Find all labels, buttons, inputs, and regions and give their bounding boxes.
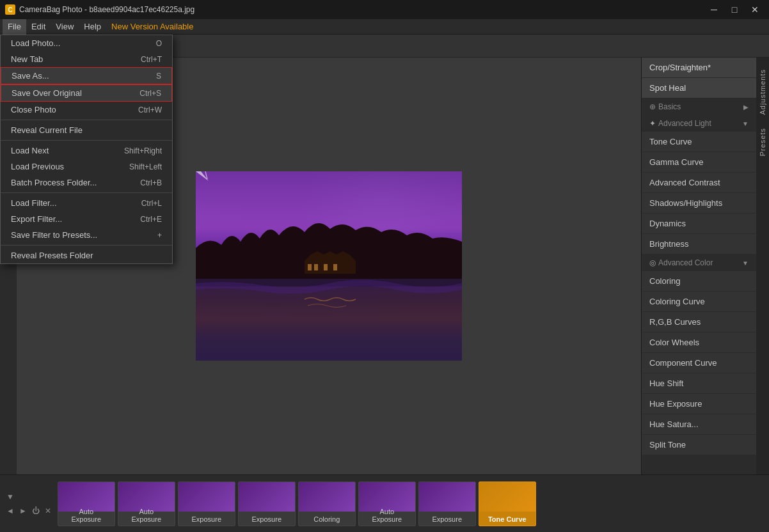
separator-1	[1, 120, 172, 120]
film-label-2: AutoExposure	[132, 508, 161, 523]
load-previous-shortcut: Shift+Left	[129, 162, 162, 171]
film-item-7[interactable]: ✕ ⏻ Exposure	[418, 481, 476, 526]
filmstrip-nav-down[interactable]: ▼	[5, 491, 52, 503]
separator-4	[1, 245, 172, 246]
coloring-button[interactable]: Coloring	[642, 271, 756, 292]
tone-curve-button[interactable]: Tone Curve	[642, 132, 756, 152]
hue-saturation-button[interactable]: Hue Satura...	[642, 414, 756, 435]
menu-load-filter[interactable]: Load Filter... Ctrl+L	[1, 195, 172, 211]
menu-file[interactable]: File	[3, 19, 26, 35]
film-label-7: Exposure	[432, 515, 462, 523]
save-as-label: Save As...	[12, 71, 49, 81]
menu-load-next[interactable]: Load Next Shift+Right	[1, 143, 172, 159]
film-label-8: Tone Curve	[488, 515, 527, 523]
film-item-2[interactable]: ✕ ⏻ AutoExposure	[118, 481, 175, 526]
app-icon: C	[5, 4, 15, 15]
new-tab-label: New Tab	[11, 54, 43, 64]
advanced-contrast-button[interactable]: Advanced Contrast	[642, 173, 756, 193]
menu-save-as[interactable]: Save As... S	[1, 67, 172, 84]
title-bar: C CameraBag Photo - b8aeed9904ac17ec4622…	[0, 0, 769, 19]
title-bar-controls: ─ □ ✕	[705, 3, 764, 16]
film-item-8[interactable]: ✕ ⏻ Tone Curve	[479, 481, 536, 526]
dynamics-button[interactable]: Dynamics	[642, 214, 756, 234]
dropdown-menu: Load Photo... O New Tab Ctrl+T Save As..…	[0, 35, 173, 264]
menu-edit[interactable]: Edit	[26, 19, 51, 35]
svg-rect-3	[324, 264, 328, 270]
save-filter-presets-shortcut: +	[157, 231, 162, 240]
shadows-highlights-button[interactable]: Shadows/Highlights	[642, 193, 756, 214]
menu-reveal-file[interactable]: Reveal Current File	[1, 122, 172, 138]
reveal-presets-label: Reveal Presets Folder	[11, 251, 93, 260]
filmstrip-nav-power[interactable]: ⏻	[31, 505, 41, 517]
film-thumb-7	[419, 482, 475, 512]
batch-process-shortcut: Ctrl+B	[140, 178, 162, 187]
advanced-light-icon: ✦	[649, 119, 656, 128]
load-filter-shortcut: Ctrl+L	[141, 199, 162, 208]
rgb-curves-button[interactable]: R,G,B Curves	[642, 312, 756, 332]
film-item-4[interactable]: ✕ ⏻ Exposure	[238, 481, 296, 526]
menu-close-photo[interactable]: Close Photo Ctrl+W	[1, 102, 172, 118]
save-over-shortcut: Ctrl+S	[139, 89, 161, 98]
menu-load-previous[interactable]: Load Previous Shift+Left	[1, 159, 172, 175]
presets-vtab[interactable]: Presets	[757, 121, 768, 162]
save-as-shortcut: S	[156, 72, 161, 81]
load-next-label: Load Next	[11, 146, 49, 155]
film-thumb-4	[239, 482, 295, 512]
menu-save-over[interactable]: Save Over Original Ctrl+S	[1, 84, 172, 102]
filmstrip-nav-close[interactable]: ✕	[44, 505, 52, 517]
close-photo-label: Close Photo	[11, 105, 56, 114]
gamma-curve-button[interactable]: Gamma Curve	[642, 152, 756, 173]
menu-load-photo[interactable]: Load Photo... O	[1, 35, 172, 51]
filmstrip-nav: ▼ ◄ ► ⏻ ✕	[5, 491, 55, 517]
color-wheels-button[interactable]: Color Wheels	[642, 332, 756, 353]
menu-view[interactable]: View	[51, 19, 79, 35]
basics-section-header[interactable]: ⊕ Basics ▶	[642, 98, 756, 115]
new-tab-shortcut: Ctrl+T	[141, 55, 162, 64]
close-button[interactable]: ✕	[746, 3, 764, 16]
adjustments-vtab[interactable]: Adjustments	[757, 63, 768, 121]
svg-rect-4	[333, 264, 337, 270]
load-photo-shortcut: O	[156, 39, 162, 48]
advanced-color-label: Advanced Color	[658, 258, 713, 267]
menu-save-filter-presets[interactable]: Save Filter to Presets... +	[1, 227, 172, 243]
film-item-1[interactable]: ✕ ⏻ AutoExposure	[58, 481, 115, 526]
hue-shift-button[interactable]: Hue Shift	[642, 373, 756, 394]
film-label-4: Exposure	[252, 515, 281, 523]
spot-heal-button[interactable]: Spot Heal	[642, 78, 756, 98]
menu-reveal-presets[interactable]: Reveal Presets Folder	[1, 247, 172, 263]
reveal-file-label: Reveal Current File	[11, 125, 83, 135]
crop-straighten-button[interactable]: Crop/Straighten*	[642, 58, 756, 78]
minimize-button[interactable]: ─	[705, 3, 723, 16]
hue-exposure-button[interactable]: Hue Exposure	[642, 394, 756, 414]
svg-rect-1	[308, 264, 312, 270]
maximize-button[interactable]: □	[725, 3, 743, 16]
separator-2	[1, 140, 172, 141]
menu-new-version[interactable]: New Version Available	[106, 19, 198, 35]
film-item-6[interactable]: ✕ ⏻ AutoExposure	[358, 481, 416, 526]
export-filter-label: Export Filter...	[11, 214, 62, 224]
brightness-button[interactable]: Brightness	[642, 234, 756, 254]
save-filter-presets-label: Save Filter to Presets...	[11, 230, 97, 240]
menu-help[interactable]: Help	[79, 19, 106, 35]
file-dropdown: Load Photo... O New Tab Ctrl+T Save As..…	[0, 35, 173, 264]
menu-export-filter[interactable]: Export Filter... Ctrl+E	[1, 211, 172, 227]
film-label-1: AutoExposure	[72, 508, 101, 523]
menu-new-tab[interactable]: New Tab Ctrl+T	[1, 51, 172, 67]
menu-batch-process[interactable]: Batch Process Folder... Ctrl+B	[1, 175, 172, 191]
advanced-light-section-header[interactable]: ✦ Advanced Light ▼	[642, 115, 756, 132]
film-item-3[interactable]: ✕ ⏻ Exposure	[178, 481, 235, 526]
coloring-curve-button[interactable]: Coloring Curve	[642, 292, 756, 312]
export-filter-shortcut: Ctrl+E	[140, 215, 162, 224]
window-title: CameraBag Photo - b8aeed9904ac17ec46225a…	[19, 5, 194, 14]
load-next-shortcut: Shift+Right	[124, 146, 162, 155]
filmstrip-nav-next[interactable]: ►	[18, 505, 28, 517]
component-curve-button[interactable]: Component Curve	[642, 353, 756, 373]
filmstrip-nav-prev[interactable]: ◄	[5, 505, 15, 517]
split-tone-button[interactable]: Split Tone	[642, 435, 756, 455]
film-label-5: Coloring	[313, 515, 340, 523]
advanced-color-expand-icon: ▼	[742, 260, 749, 267]
load-previous-label: Load Previous	[11, 162, 64, 171]
save-over-label: Save Over Original	[12, 88, 82, 98]
advanced-color-section-header[interactable]: ◎ Advanced Color ▼	[642, 254, 756, 271]
film-item-5[interactable]: ✕ ⏻ Coloring	[298, 481, 356, 526]
